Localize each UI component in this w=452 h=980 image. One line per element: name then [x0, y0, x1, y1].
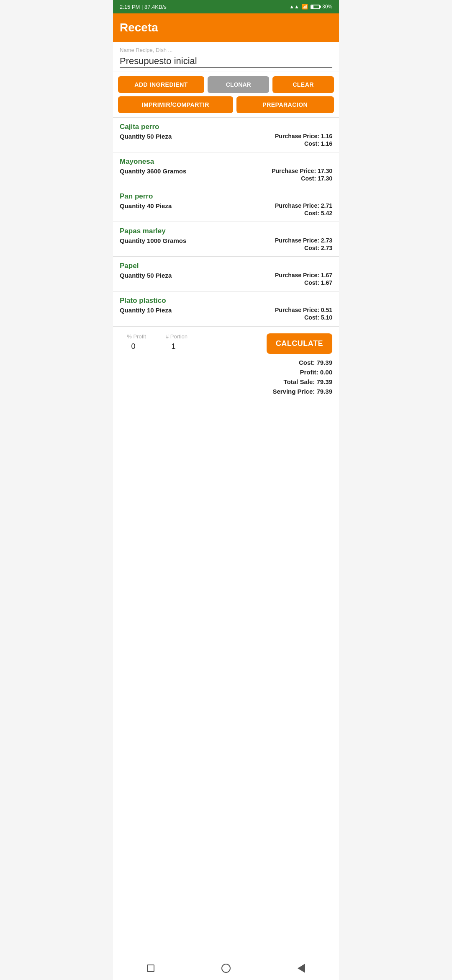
ingredient-name-1: Mayonesa — [120, 157, 332, 166]
nav-square-button[interactable] — [145, 962, 157, 974]
profit-label: % Profit — [127, 333, 146, 340]
circle-icon — [221, 964, 231, 973]
calc-serving-price-result: Serving Price: 79.39 — [272, 388, 332, 395]
ingredient-quantity-5: Quantity 10 Pieza — [120, 307, 172, 314]
recipe-name-label: Name Recipe, Dish ... — [120, 47, 332, 53]
ingredients-list: Cajita perro Quantity 50 Pieza Purchase … — [113, 117, 339, 326]
ingredient-price-1: Purchase Price: 17.30 — [272, 168, 332, 174]
battery-percent: 30% — [322, 4, 332, 10]
wifi-icon: 📶 — [302, 4, 308, 10]
calc-inputs: % Profit # Portion — [120, 333, 260, 352]
ingredient-item-cajita-perro[interactable]: Cajita perro Quantity 50 Pieza Purchase … — [113, 118, 339, 152]
calc-profit-result: Profit: 0.00 — [300, 369, 332, 376]
status-time-speed: 2:15 PM | 87.4KB/s — [120, 4, 167, 10]
calc-right: CALCULATE Cost: 79.39 Profit: 0.00 Total… — [267, 333, 332, 395]
ingredient-price-4: Purchase Price: 1.67 — [275, 272, 332, 279]
ingredient-item-papel[interactable]: Papel Quantity 50 Pieza Purchase Price: … — [113, 257, 339, 291]
ingredient-details-5: Quantity 10 Pieza Purchase Price: 0.51 C… — [120, 307, 332, 321]
ingredient-item-papas-marley[interactable]: Papas marley Quantity 1000 Gramos Purcha… — [113, 222, 339, 257]
ingredient-price-5: Purchase Price: 0.51 — [275, 307, 332, 313]
triangle-icon — [298, 964, 305, 973]
ingredient-quantity-0: Quantity 50 Pieza — [120, 133, 172, 140]
portion-field: # Portion — [160, 333, 193, 352]
portion-input[interactable] — [160, 341, 193, 352]
signal-icon: ▲▲ — [289, 4, 299, 10]
add-ingredient-button[interactable]: ADD INGREDIENT — [118, 76, 204, 93]
ingredient-cost-2: Cost: 5.42 — [304, 210, 332, 217]
profit-field: % Profit — [120, 333, 153, 352]
ingredient-cost-4: Cost: 1.67 — [304, 279, 332, 286]
imprimir-button[interactable]: IMPRIMIR/COMPARTIR — [118, 96, 233, 113]
status-time: 2:15 PM — [120, 4, 140, 10]
ingredient-name-3: Papas marley — [120, 227, 332, 235]
profit-input[interactable] — [120, 341, 153, 352]
status-speed: 87.4KB/s — [144, 4, 167, 10]
ingredient-item-plato-plastico[interactable]: Plato plastico Quantity 10 Pieza Purchas… — [113, 291, 339, 326]
ingredient-name-4: Papel — [120, 262, 332, 270]
recipe-name-section: Name Recipe, Dish ... — [113, 42, 339, 72]
calculate-button[interactable]: CALCULATE — [267, 333, 332, 354]
ingredient-details-2: Quantity 40 Pieza Purchase Price: 2.71 C… — [120, 202, 332, 217]
ingredient-quantity-2: Quantity 40 Pieza — [120, 202, 172, 209]
calc-total-sale-result: Total Sale: 79.39 — [284, 378, 332, 385]
square-icon — [147, 965, 154, 972]
ingredient-name-0: Cajita perro — [120, 123, 332, 131]
ingredient-quantity-3: Quantity 1000 Gramos — [120, 237, 186, 244]
nav-home-button[interactable] — [220, 962, 232, 974]
buttons-row-1: ADD INGREDIENT CLONAR CLEAR — [118, 76, 334, 93]
battery-icon — [311, 5, 320, 9]
ingredient-price-2: Purchase Price: 2.71 — [275, 202, 332, 209]
status-separator: | — [141, 4, 144, 10]
recipe-name-input[interactable] — [120, 55, 332, 68]
ingredient-quantity-1: Quantity 3600 Gramos — [120, 168, 186, 175]
ingredient-details-0: Quantity 50 Pieza Purchase Price: 1.16 C… — [120, 133, 332, 147]
ingredient-cost-1: Cost: 17.30 — [301, 175, 332, 182]
main-content: Name Recipe, Dish ... ADD INGREDIENT CLO… — [113, 42, 339, 958]
ingredient-name-2: Pan perro — [120, 192, 332, 201]
app-header: Receta — [113, 13, 339, 42]
ingredient-details-3: Quantity 1000 Gramos Purchase Price: 2.7… — [120, 237, 332, 251]
ingredient-cost-3: Cost: 2.73 — [304, 245, 332, 251]
ingredient-name-5: Plato plastico — [120, 297, 332, 305]
portion-label: # Portion — [166, 333, 187, 340]
clone-button[interactable]: CLONAR — [208, 76, 269, 93]
ingredient-details-4: Quantity 50 Pieza Purchase Price: 1.67 C… — [120, 272, 332, 286]
app-title: Receta — [120, 21, 332, 34]
buttons-section: ADD INGREDIENT CLONAR CLEAR IMPRIMIR/COM… — [113, 72, 339, 117]
ingredient-cost-0: Cost: 1.16 — [304, 140, 332, 147]
preparacion-button[interactable]: PREPARACION — [236, 96, 334, 113]
clear-button[interactable]: CLEAR — [272, 76, 334, 93]
ingredient-quantity-4: Quantity 50 Pieza — [120, 272, 172, 279]
calculate-section: % Profit # Portion CALCULATE Cost: 79.39… — [113, 326, 339, 403]
ingredient-details-1: Quantity 3600 Gramos Purchase Price: 17.… — [120, 168, 332, 182]
ingredient-cost-5: Cost: 5.10 — [304, 314, 332, 321]
status-right: ▲▲ 📶 30% — [289, 4, 332, 10]
ingredient-price-0: Purchase Price: 1.16 — [275, 133, 332, 139]
ingredient-price-3: Purchase Price: 2.73 — [275, 237, 332, 244]
ingredient-item-mayonesa[interactable]: Mayonesa Quantity 3600 Gramos Purchase P… — [113, 152, 339, 187]
nav-bar — [113, 958, 339, 980]
calc-cost-result: Cost: 79.39 — [299, 359, 332, 366]
nav-back-button[interactable] — [295, 962, 307, 974]
status-bar: 2:15 PM | 87.4KB/s ▲▲ 📶 30% — [113, 0, 339, 13]
buttons-row-2: IMPRIMIR/COMPARTIR PREPARACION — [118, 96, 334, 113]
ingredient-item-pan-perro[interactable]: Pan perro Quantity 40 Pieza Purchase Pri… — [113, 187, 339, 222]
